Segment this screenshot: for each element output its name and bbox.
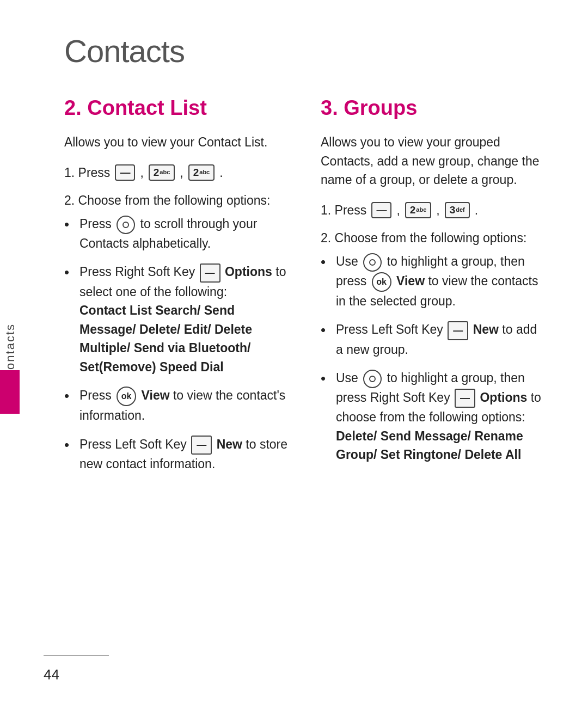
section3-step1: 1. Press — , 2abc , 3def . [321, 200, 544, 220]
section3-sublist-1: Delete/ Send Message/ Rename Group/ Set … [336, 429, 523, 462]
section3-bullet-3: Use to highlight a group, then press Rig… [321, 369, 544, 464]
sidebar-bar [0, 370, 20, 414]
section3-title: 3. Groups [321, 96, 544, 120]
section2-step1: 1. Press — , 2abc , 2abc . [64, 163, 288, 183]
key-menu-3: — [371, 202, 391, 219]
key-2abc-2: 2abc [188, 164, 215, 181]
section3-bullet-2: Press Left Soft Key — New to add a new g… [321, 320, 544, 359]
section3-description: Allows you to view your grouped Contacts… [321, 133, 544, 189]
key-2abc-3: 2abc [405, 202, 432, 219]
section3-bullet-list: Use to highlight a group, then press ok … [321, 252, 544, 464]
section2-description: Allows you to view your Contact List. [64, 133, 288, 152]
nav-icon-2 [363, 253, 382, 272]
nav-icon-3 [363, 370, 382, 388]
section3-bullet-1: Use to highlight a group, then press ok … [321, 252, 544, 310]
bottom-divider [44, 655, 109, 656]
ok-icon-2: ok [372, 272, 391, 292]
page-title: Contacts [64, 33, 544, 69]
softkey-left-2: — [448, 321, 468, 340]
section3-step2-intro: 2. Choose from the following options: [321, 229, 544, 248]
page-number: 44 [44, 666, 59, 683]
section2-column: 2. Contact List Allows you to view your … [64, 96, 288, 483]
step1-prefix-3: 1. Press [321, 200, 366, 220]
key-3def-1: 3def [445, 202, 470, 219]
section2-bullet-4: Press Left Soft Key — New to store new c… [64, 435, 288, 474]
section2-bullet-list: Press to scroll through your Contacts al… [64, 214, 288, 474]
section2-sublist-1: Contact List Search/ Send Message/ Delet… [79, 303, 252, 374]
columns: 2. Contact List Allows you to view your … [64, 96, 544, 483]
section2-step2-intro: 2. Choose from the following options: [64, 191, 288, 210]
ok-icon-1: ok [117, 387, 136, 406]
page: Contacts Contacts 2. Contact List Allows… [0, 0, 588, 705]
nav-icon-1 [117, 216, 135, 234]
step1-prefix-2: 1. Press [64, 163, 110, 183]
key-2abc-1: 2abc [149, 164, 175, 181]
key-menu-2: — [115, 164, 135, 181]
softkey-right-2: — [455, 389, 475, 408]
section3-column: 3. Groups Allows you to view your groupe… [321, 96, 544, 483]
section2-bullet-3: Press ok View to view the contact's info… [64, 386, 288, 425]
softkey-right-1: — [200, 263, 220, 283]
section2-bullet-1: Press to scroll through your Contacts al… [64, 214, 288, 253]
main-content: Contacts 2. Contact List Allows you to v… [21, 0, 588, 526]
softkey-left-1: — [191, 436, 212, 455]
sidebar-tab: Contacts [0, 261, 21, 446]
section2-bullet-2: Press Right Soft Key — Options to select… [64, 262, 288, 376]
section2-title: 2. Contact List [64, 96, 288, 120]
